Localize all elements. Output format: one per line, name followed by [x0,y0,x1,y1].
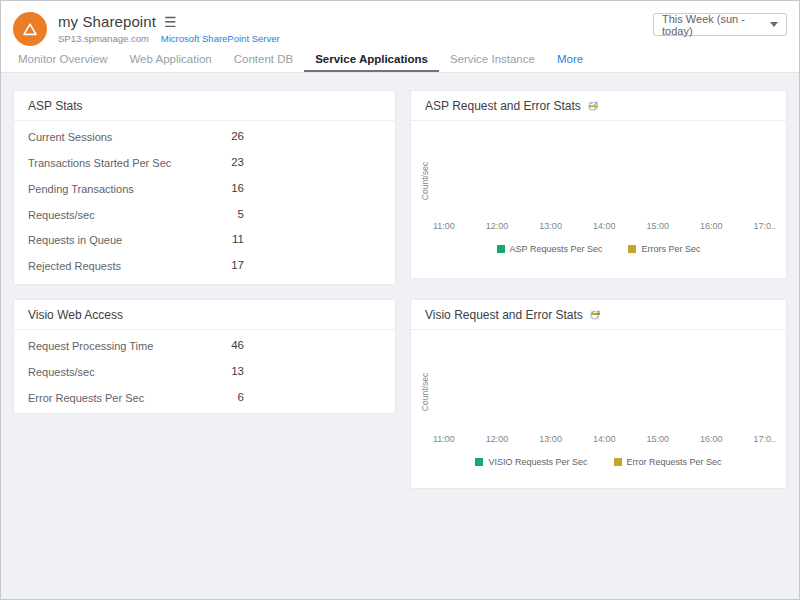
x-tick: 13:00 [539,434,562,444]
visio-stats-panel: Visio Web Access Request Processing Time… [13,299,396,414]
right-column: ASP Request and Error Stats Count/sec 11… [410,90,787,489]
stat-value: 17 [180,259,244,271]
legend-swatch-icon [475,458,483,466]
stat-row: Rejected Requests17 [14,253,395,279]
stat-label: Requests/sec [28,208,180,223]
stat-label: Rejected Requests [28,259,180,274]
legend-item[interactable]: ASP Requests Per Sec [497,244,603,254]
asp-stats-rows: Current Sessions26Transactions Started P… [14,121,395,285]
legend-name: ASP Requests Per Sec [510,244,603,254]
stat-label: Transactions Started Per Sec [28,156,180,171]
y-axis-label: Count/sec [420,358,430,426]
stat-row: Current Sessions26 [14,124,395,150]
monitor-logo [13,12,47,46]
time-period-dropdown[interactable]: This Week (sun - today) [653,13,787,36]
app-window: my Sharepoint ☰ SP13.spmanage.com Micros… [0,0,800,600]
visio-stats-title: Visio Web Access [28,308,123,322]
asp-chart-title: ASP Request and Error Stats [425,99,581,113]
monitor-hostname: SP13.spmanage.com [58,33,149,44]
stat-value: 11 [180,233,244,245]
left-column: ASP Stats Current Sessions26Transactions… [13,90,396,414]
x-tick: 15:00 [646,221,669,231]
visio-chart-title: Visio Request and Error Stats [425,308,583,322]
stat-label: Current Sessions [28,130,180,145]
x-tick: 11:00 [433,434,455,444]
legend-item[interactable]: Error Requests Per Sec [614,457,722,467]
asp-chart-panel: ASP Request and Error Stats Count/sec 11… [410,90,787,279]
stat-row: Pending Transactions16 [14,176,395,202]
stat-row: Requests/sec5 [14,202,395,228]
stat-value: 26 [180,130,244,142]
line-chart: 11:0012:0013:0014:0015:0016:0017:0.. [433,342,776,444]
app-header: my Sharepoint ☰ SP13.spmanage.com Micros… [1,1,799,49]
x-tick: 11:00 [433,221,455,231]
legend-item[interactable]: VISIO Requests Per Sec [475,457,587,467]
warning-triangle-icon [22,22,38,37]
tab-service-instance[interactable]: Service Instance [439,49,546,72]
legend-swatch-icon [628,245,636,253]
visio-stats-rows: Request Processing Time46Requests/sec13E… [14,330,395,414]
stat-label: Error Requests Per Sec [28,391,180,406]
title-block: my Sharepoint ☰ SP13.spmanage.com Micros… [58,12,280,44]
asp-stats-title: ASP Stats [28,99,82,113]
legend-swatch-icon [497,245,505,253]
dashboard-content: ASP Stats Current Sessions26Transactions… [1,73,799,599]
stat-value: 16 [180,182,244,194]
asp-stats-panel: ASP Stats Current Sessions26Transactions… [13,90,396,285]
visio-chart-panel: Visio Request and Error Stats Count/sec … [410,299,787,489]
tab-bar: Monitor OverviewWeb ApplicationContent D… [1,49,799,73]
tab-more[interactable]: More [546,49,594,72]
open-in-new-icon[interactable] [590,310,600,320]
stat-value: 23 [180,156,244,168]
chevron-down-icon [770,22,778,27]
legend-swatch-icon [614,458,622,466]
stat-label: Pending Transactions [28,182,180,197]
x-tick: 16:00 [700,221,723,231]
page-title: my Sharepoint [58,13,156,30]
x-axis-ticks: 11:0012:0013:0014:0015:0016:0017:0.. [433,434,776,444]
stat-label: Request Processing Time [28,339,180,354]
tab-content-db[interactable]: Content DB [223,49,304,72]
x-tick: 12:00 [486,434,509,444]
x-tick: 17:0.. [753,434,776,444]
hamburger-menu-icon[interactable]: ☰ [164,15,177,29]
line-chart: 11:0012:0013:0014:0015:0016:0017:0.. [433,133,776,231]
x-axis-ticks: 11:0012:0013:0014:0015:0016:0017:0.. [433,221,776,231]
stat-row: Error Requests Per Sec6 [14,385,395,411]
legend-name: VISIO Requests Per Sec [488,457,587,467]
legend-name: Error Requests Per Sec [627,457,722,467]
x-tick: 12:00 [486,221,509,231]
tab-service-applications[interactable]: Service Applications [304,49,439,72]
stat-value: 13 [180,365,244,377]
y-axis-label: Count/sec [420,147,430,215]
tab-web-application[interactable]: Web Application [118,49,222,72]
stat-row: Requests in Queue11 [14,227,395,253]
server-type-link[interactable]: Microsoft SharePoint Server [161,33,280,44]
x-tick: 13:00 [539,221,562,231]
stat-value: 6 [180,391,244,403]
legend-item[interactable]: Errors Per Sec [628,244,700,254]
stat-value: 46 [180,339,244,351]
stat-row: Requests/sec13 [14,359,395,385]
x-tick: 15:00 [646,434,669,444]
stat-value: 5 [180,208,244,220]
legend-name: Errors Per Sec [641,244,700,254]
stat-label: Requests/sec [28,365,180,380]
x-tick: 17:0.. [753,221,776,231]
stat-label: Requests in Queue [28,233,180,248]
x-tick: 14:00 [593,434,616,444]
x-tick: 14:00 [593,221,616,231]
x-tick: 16:00 [700,434,723,444]
stat-row: Errors Per Sec3 [14,279,395,285]
chart-legend: ASP Requests Per SecErrors Per Sec [411,244,786,254]
stat-row: Request Processing Time46 [14,333,395,359]
stat-row: Transactions Started Per Sec23 [14,150,395,176]
chart-legend: VISIO Requests Per SecError Requests Per… [411,457,786,467]
time-period-value: This Week (sun - today) [662,13,770,37]
open-in-new-icon[interactable] [588,101,598,111]
tab-monitor-overview[interactable]: Monitor Overview [7,49,118,72]
